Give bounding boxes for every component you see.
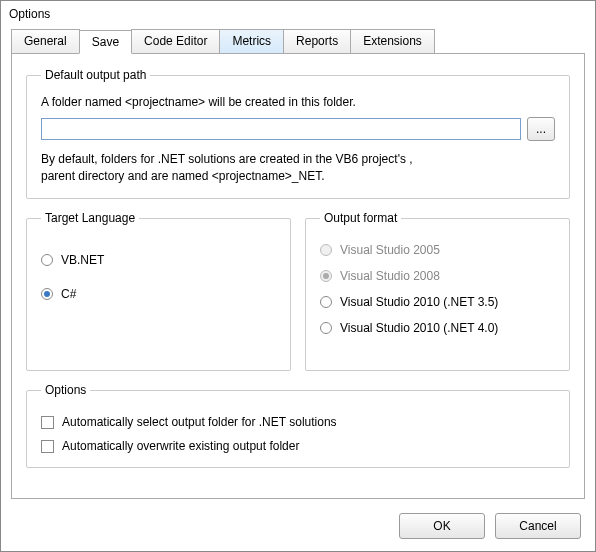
radio-icon — [320, 270, 332, 282]
output-path-input[interactable] — [41, 118, 521, 140]
tab-code-editor[interactable]: Code Editor — [131, 29, 220, 53]
checkbox-label: Automatically overwrite existing output … — [62, 439, 299, 453]
radio-icon — [320, 296, 332, 308]
tab-panel-save: Default output path A folder named <proj… — [11, 53, 585, 499]
checkbox-icon — [41, 440, 54, 453]
radio-label: Visual Studio 2005 — [340, 243, 440, 257]
default-output-path-note-1: By default, folders for .NET solutions a… — [41, 151, 555, 168]
default-output-path-legend: Default output path — [41, 68, 150, 82]
output-format-group: Output format Visual Studio 2005 Visual … — [305, 211, 570, 371]
window-title: Options — [1, 1, 595, 25]
options-legend: Options — [41, 383, 90, 397]
radio-icon — [41, 288, 53, 300]
radio-label: Visual Studio 2010 (.NET 4.0) — [340, 321, 498, 335]
cancel-button[interactable]: Cancel — [495, 513, 581, 539]
output-format-legend: Output format — [320, 211, 401, 225]
checkbox-auto-select-folder[interactable]: Automatically select output folder for .… — [41, 415, 555, 429]
radio-label: VB.NET — [61, 253, 104, 267]
tab-reports[interactable]: Reports — [283, 29, 351, 53]
radio-icon — [41, 254, 53, 266]
tab-metrics[interactable]: Metrics — [219, 29, 284, 53]
radio-label: Visual Studio 2010 (.NET 3.5) — [340, 295, 498, 309]
radio-vs2005: Visual Studio 2005 — [320, 243, 555, 257]
radio-icon — [320, 244, 332, 256]
options-group: Options Automatically select output fold… — [26, 383, 570, 468]
target-language-legend: Target Language — [41, 211, 139, 225]
radio-vbnet[interactable]: VB.NET — [41, 253, 276, 267]
checkbox-label: Automatically select output folder for .… — [62, 415, 337, 429]
target-language-group: Target Language VB.NET C# — [26, 211, 291, 371]
radio-vs2008: Visual Studio 2008 — [320, 269, 555, 283]
tab-save[interactable]: Save — [79, 30, 132, 54]
options-dialog: Options General Save Code Editor Metrics… — [0, 0, 596, 552]
default-output-path-note-2: parent directory and are named <projectn… — [41, 168, 555, 185]
radio-label: C# — [61, 287, 76, 301]
radio-label: Visual Studio 2008 — [340, 269, 440, 283]
tab-general[interactable]: General — [11, 29, 80, 53]
radio-icon — [320, 322, 332, 334]
checkbox-auto-overwrite[interactable]: Automatically overwrite existing output … — [41, 439, 555, 453]
checkbox-icon — [41, 416, 54, 429]
dialog-buttons: OK Cancel — [1, 507, 595, 551]
radio-vs2010-net40[interactable]: Visual Studio 2010 (.NET 4.0) — [320, 321, 555, 335]
browse-button[interactable]: ... — [527, 117, 555, 141]
tab-strip: General Save Code Editor Metrics Reports… — [11, 29, 585, 53]
radio-vs2010-net35[interactable]: Visual Studio 2010 (.NET 3.5) — [320, 295, 555, 309]
radio-csharp[interactable]: C# — [41, 287, 276, 301]
default-output-path-intro: A folder named <projectname> will be cre… — [41, 94, 555, 111]
ok-button[interactable]: OK — [399, 513, 485, 539]
default-output-path-group: Default output path A folder named <proj… — [26, 68, 570, 199]
tab-extensions[interactable]: Extensions — [350, 29, 435, 53]
